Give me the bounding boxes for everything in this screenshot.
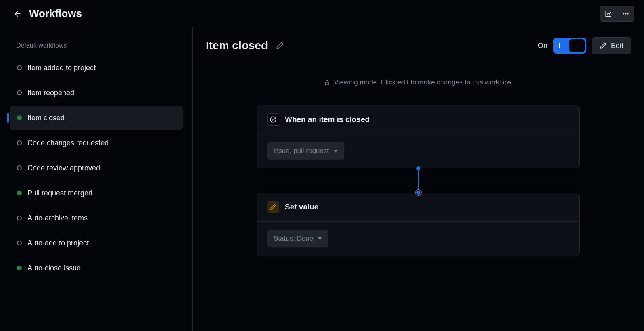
arrow-left-icon: [13, 9, 22, 18]
sidebar-heading: Default workflows: [16, 42, 183, 49]
sidebar-item-workflow[interactable]: Auto-close issue: [10, 256, 183, 280]
sidebar-item-workflow[interactable]: Auto-archive items: [10, 206, 183, 230]
chart-icon: [605, 10, 612, 17]
sidebar-item-workflow[interactable]: Code changes requested: [10, 131, 183, 155]
sidebar-item-label: Auto-close issue: [27, 264, 81, 272]
rename-button[interactable]: [274, 40, 286, 51]
kebab-icon: [622, 10, 629, 17]
main-panel: Item closed On Edit Viewing mode. Click: [193, 27, 644, 331]
workflow-title: Item closed: [206, 39, 268, 52]
status-dot-icon: [17, 90, 22, 95]
sidebar-item-label: Pull request merged: [27, 189, 92, 197]
chevron-down-icon: [318, 237, 322, 240]
sidebar-item-label: Auto-add to project: [27, 239, 89, 247]
sidebar-item-workflow[interactable]: Item reopened: [10, 81, 183, 105]
edit-button-label: Edit: [611, 42, 623, 50]
page-title: Workflows: [29, 7, 82, 20]
sidebar-item-workflow[interactable]: Item closed: [10, 106, 183, 130]
toggle-on-indicator-icon: [559, 43, 560, 48]
flow-connector: [418, 168, 419, 193]
sidebar-item-workflow[interactable]: Code review approved: [10, 156, 183, 180]
pencil-icon: [600, 42, 607, 49]
main-header: Item closed On Edit: [193, 27, 644, 64]
pencil-icon: [276, 42, 284, 50]
sidebar-item-label: Code review approved: [27, 164, 100, 172]
action-card: Set value Status: Done: [257, 193, 580, 256]
sidebar-item-workflow[interactable]: Pull request merged: [10, 181, 183, 205]
sidebar-item-workflow[interactable]: Item added to project: [10, 56, 183, 80]
action-value-dropdown[interactable]: Status: Done: [267, 230, 328, 247]
sidebar-item-label: Item added to project: [27, 64, 96, 72]
sidebar-item-label: Item closed: [27, 114, 65, 122]
header-actions: [600, 6, 634, 22]
sidebar-item-workflow[interactable]: Auto-add to project: [10, 231, 183, 255]
skip-icon: [267, 113, 279, 126]
insights-button[interactable]: [600, 6, 617, 21]
svg-point-1: [625, 13, 626, 14]
action-value-text: Status: Done: [274, 235, 313, 243]
status-dot-icon: [17, 191, 22, 195]
trigger-title: When an item is closed: [285, 115, 370, 124]
action-title: Set value: [285, 203, 318, 212]
workflow-list: Item added to projectItem reopenedItem c…: [10, 56, 183, 280]
status-dot-icon: [17, 140, 22, 145]
sidebar-item-label: Code changes requested: [27, 139, 109, 147]
sidebar-item-label: Auto-archive items: [27, 214, 88, 222]
viewing-notice-text: Viewing mode. Click edit to make changes…: [334, 78, 513, 86]
chevron-down-icon: [334, 150, 338, 152]
edit-button[interactable]: Edit: [592, 37, 631, 54]
trigger-filter-dropdown[interactable]: issue, pull request: [267, 142, 344, 160]
sidebar: Default workflows Item added to projectI…: [0, 27, 193, 331]
svg-point-2: [627, 13, 628, 14]
trigger-card: When an item is closed issue, pull reque…: [257, 105, 580, 168]
enable-toggle[interactable]: [553, 38, 586, 54]
toggle-label: On: [538, 42, 548, 50]
trigger-filter-value: issue, pull request: [274, 147, 329, 155]
status-dot-icon: [17, 266, 22, 270]
flow-area: When an item is closed issue, pull reque…: [193, 105, 644, 256]
sidebar-item-label: Item reopened: [27, 89, 74, 97]
viewing-notice: Viewing mode. Click edit to make changes…: [193, 64, 644, 105]
status-dot-icon: [17, 65, 22, 70]
svg-point-0: [623, 13, 624, 14]
page-header: Workflows: [0, 0, 644, 27]
status-dot-icon: [17, 241, 22, 245]
svg-rect-3: [325, 82, 329, 84]
pencil-icon: [267, 201, 279, 213]
status-dot-icon: [17, 115, 22, 120]
status-dot-icon: [17, 216, 22, 220]
more-button[interactable]: [617, 6, 634, 21]
status-dot-icon: [17, 166, 22, 170]
toggle-thumb: [569, 39, 585, 52]
back-button[interactable]: [13, 9, 23, 19]
lock-icon: [324, 80, 330, 86]
